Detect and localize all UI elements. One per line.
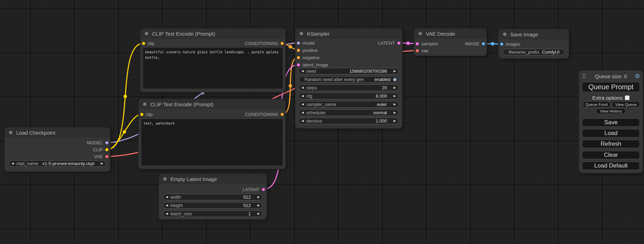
output-slot-latent[interactable]: LATENT: [242, 186, 265, 193]
decrement-arrow-icon[interactable]: ◀: [299, 84, 306, 91]
output-slot-image[interactable]: IMAGE: [465, 40, 485, 47]
increment-arrow-icon[interactable]: ▶: [98, 160, 106, 167]
clear-button[interactable]: Clear: [582, 151, 640, 159]
collapse-dot-icon[interactable]: [418, 32, 422, 35]
latent-port-icon[interactable]: [262, 188, 265, 191]
decrement-arrow-icon[interactable]: ◀: [299, 101, 306, 108]
node-title-bar[interactable]: Empty Latent Image: [159, 174, 267, 184]
view-history-button[interactable]: View History: [596, 108, 626, 114]
node-empty-latent-image[interactable]: Empty Latent Image LATENT ◀ width 512 ▶ …: [159, 174, 267, 219]
collapse-dot-icon[interactable]: [145, 32, 148, 35]
decrement-arrow-icon[interactable]: ◀: [163, 194, 170, 200]
collapse-dot-icon[interactable]: [503, 33, 506, 36]
vae-port-icon[interactable]: [416, 49, 419, 52]
latent-port-icon[interactable]: [297, 63, 300, 66]
link-center-dot[interactable]: [124, 95, 127, 98]
extra-options-checkbox[interactable]: [625, 96, 629, 100]
increment-arrow-icon[interactable]: ▶: [391, 84, 398, 91]
image-port-icon[interactable]: [500, 43, 503, 46]
increment-arrow-icon[interactable]: ▶: [255, 210, 262, 217]
scheduler-widget[interactable]: ◀ scheduler normal ▶: [299, 109, 399, 116]
batch-size-widget[interactable]: ◀ batch_size 1 ▶: [163, 210, 263, 217]
increment-arrow-icon[interactable]: ▶: [391, 109, 398, 116]
decrement-arrow-icon[interactable]: ◀: [299, 93, 306, 99]
increment-arrow-icon[interactable]: ▶: [391, 93, 398, 99]
steps-widget[interactable]: ◀ steps 20 ▶: [299, 84, 399, 91]
link-center-dot[interactable]: [289, 84, 292, 88]
increment-arrow-icon[interactable]: ▶: [391, 118, 398, 124]
increment-arrow-icon[interactable]: ▶: [391, 68, 398, 74]
sampler-name-widget[interactable]: ◀ sampler_name euler ▶: [299, 101, 399, 108]
vae-port-icon[interactable]: [105, 155, 108, 158]
input-slot-vae[interactable]: vae: [416, 47, 429, 54]
node-vae-decode[interactable]: VAE Decode samples vae IMAGE: [414, 28, 487, 56]
link-center-dot[interactable]: [491, 42, 494, 46]
input-slot-clip[interactable]: clip: [142, 40, 155, 47]
node-title-bar[interactable]: Save Image: [499, 29, 569, 39]
collapse-dot-icon[interactable]: [143, 102, 147, 106]
save-button[interactable]: Save: [582, 118, 640, 127]
clip-port-icon[interactable]: [140, 113, 143, 116]
node-save-image[interactable]: Save Image images filename_prefix ComfyU…: [499, 29, 569, 58]
prompt-textarea[interactable]: text, watermark: [141, 119, 283, 165]
node-title-bar[interactable]: Load Checkpoint: [5, 127, 110, 138]
input-slot-samples[interactable]: samples: [416, 40, 438, 47]
queue-front-button[interactable]: Queue Front: [583, 101, 610, 107]
ckpt-name-widget[interactable]: ◀ ckpt_name v1-5-pruned-emaonly.ckpt ▶: [9, 160, 106, 167]
height-widget[interactable]: ◀ height 512 ▶: [163, 202, 263, 209]
decrement-arrow-icon[interactable]: ◀: [163, 202, 170, 209]
prompt-textarea[interactable]: beautiful scenery nature glass bottle la…: [143, 48, 283, 89]
link-center-dot[interactable]: [123, 130, 126, 134]
clip-port-icon[interactable]: [142, 42, 145, 45]
conditioning-port-icon[interactable]: [297, 49, 300, 52]
node-title-bar[interactable]: CLIP Text Encode (Prompt): [139, 99, 285, 109]
increment-arrow-icon[interactable]: ▶: [255, 202, 262, 209]
gear-icon[interactable]: ⚙: [635, 72, 640, 80]
image-port-icon[interactable]: [482, 42, 485, 45]
toggle-enabled-icon[interactable]: [393, 78, 397, 81]
model-port-icon[interactable]: [297, 42, 300, 45]
collapse-dot-icon[interactable]: [9, 131, 12, 134]
width-widget[interactable]: ◀ width 512 ▶: [163, 194, 263, 200]
refresh-button[interactable]: Refresh: [582, 140, 640, 148]
link-center-dot[interactable]: [406, 42, 410, 45]
denoise-widget[interactable]: ◀ denoise 1.000 ▶: [299, 118, 399, 124]
decrement-arrow-icon[interactable]: ◀: [299, 68, 306, 74]
link-center-dot[interactable]: [289, 45, 292, 48]
view-queue-button[interactable]: View Queue: [612, 101, 640, 107]
output-slot-model[interactable]: MODEL: [87, 139, 108, 146]
drag-handle-icon[interactable]: [583, 74, 586, 79]
latent-port-icon[interactable]: [416, 42, 419, 45]
latent-port-icon[interactable]: [397, 42, 400, 45]
input-slot-clip[interactable]: clip: [140, 111, 153, 118]
node-title-bar[interactable]: KSampler: [295, 28, 402, 39]
input-slot-latent-image[interactable]: latent_image: [297, 61, 328, 68]
output-slot-latent[interactable]: LATENT: [378, 39, 400, 46]
model-port-icon[interactable]: [105, 141, 108, 144]
clip-port-icon[interactable]: [105, 148, 108, 151]
input-slot-model[interactable]: model: [297, 39, 315, 46]
output-slot-conditioning[interactable]: CONDITIONING: [245, 111, 284, 118]
node-load-checkpoint[interactable]: Load Checkpoint MODEL CLIP VAE ◀ ckpt_na…: [5, 127, 110, 172]
output-slot-vae[interactable]: VAE: [94, 153, 108, 160]
load-button[interactable]: Load: [582, 129, 640, 137]
node-ksampler[interactable]: KSampler model positive negative latent_…: [295, 28, 402, 128]
input-slot-images[interactable]: images: [500, 40, 520, 47]
node-clip-text-encode-positive[interactable]: CLIP Text Encode (Prompt) clip CONDITION…: [140, 28, 285, 92]
node-title-bar[interactable]: VAE Decode: [414, 28, 487, 39]
decrement-arrow-icon[interactable]: ◀: [299, 109, 306, 116]
input-slot-positive[interactable]: positive: [297, 47, 318, 54]
decrement-arrow-icon[interactable]: ◀: [163, 210, 170, 217]
collapse-dot-icon[interactable]: [300, 32, 303, 35]
increment-arrow-icon[interactable]: ▶: [255, 194, 262, 200]
comfyui-canvas[interactable]: { "icons": {"left_arrow": "◀", "right_ar…: [0, 0, 644, 244]
decrement-arrow-icon[interactable]: ◀: [299, 118, 306, 124]
conditioning-port-icon[interactable]: [281, 113, 284, 116]
output-slot-clip[interactable]: CLIP: [93, 146, 108, 153]
queue-prompt-button[interactable]: Queue Prompt: [582, 82, 640, 92]
output-slot-conditioning[interactable]: CONDITIONING: [245, 40, 284, 47]
seed-widget[interactable]: ◀ seed 156680208700286 ▶: [299, 68, 399, 74]
input-slot-negative[interactable]: negative: [297, 54, 319, 61]
random-seed-toggle-widget[interactable]: Random seed after every gen enabled: [299, 76, 399, 83]
conditioning-port-icon[interactable]: [281, 42, 284, 45]
